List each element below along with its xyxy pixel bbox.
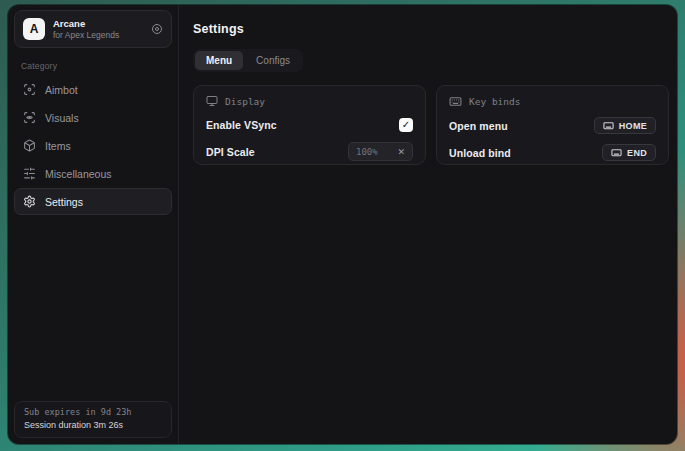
scan-crosshair-icon — [23, 83, 36, 96]
app-header-card: A Arcane for Apex Legends — [14, 10, 172, 48]
check-icon: ✓ — [402, 119, 410, 130]
app-meta: Arcane for Apex Legends — [53, 18, 143, 41]
gear-icon — [23, 195, 36, 208]
sidebar-item-label: Items — [45, 140, 71, 152]
sub-expires-text: Sub expires in 9d 23h — [24, 406, 162, 419]
open-menu-row: Open menu HOME — [449, 116, 656, 135]
vsync-checkbox[interactable]: ✓ — [399, 118, 413, 132]
monitor-icon — [206, 95, 218, 107]
open-menu-label: Open menu — [449, 120, 508, 132]
sidebar-item-label: Visuals — [45, 112, 79, 124]
open-menu-keybind-value: HOME — [619, 121, 647, 131]
category-label: Category — [21, 61, 172, 71]
sidebar-item-items[interactable]: Items — [14, 132, 172, 159]
tab-menu[interactable]: Menu — [195, 51, 243, 70]
dpi-scale-label: DPI Scale — [206, 146, 255, 158]
unload-bind-row: Unload bind END — [449, 143, 656, 162]
sliders-icon — [23, 167, 36, 180]
unload-keybind-value: END — [627, 148, 647, 158]
clear-icon[interactable]: ✕ — [397, 147, 405, 157]
scan-eye-icon — [23, 111, 36, 124]
open-menu-keybind-button[interactable]: HOME — [594, 117, 656, 134]
app-subtitle: for Apex Legends — [53, 30, 143, 41]
sidebar-item-label: Miscellaneous — [45, 168, 112, 180]
dpi-scale-input[interactable]: 100% ✕ — [348, 142, 413, 161]
sidebar-item-aimbot[interactable]: Aimbot — [14, 76, 172, 103]
package-icon — [23, 139, 36, 152]
display-card: Display Enable VSync ✓ DPI Scale 100% ✕ — [193, 85, 426, 165]
keybinds-card-header: Key binds — [449, 95, 656, 108]
keyboard-icon — [603, 120, 614, 131]
sidebar-item-miscellaneous[interactable]: Miscellaneous — [14, 160, 172, 187]
keybinds-card-title: Key binds — [469, 96, 520, 107]
app-logo: A — [23, 18, 45, 40]
subscription-info-card: Sub expires in 9d 23h Session duration 3… — [14, 401, 172, 438]
unload-bind-label: Unload bind — [449, 147, 511, 159]
vsync-label: Enable VSync — [206, 119, 277, 131]
sidebar-item-visuals[interactable]: Visuals — [14, 104, 172, 131]
app-logo-letter: A — [30, 22, 39, 36]
session-duration-text: Session duration 3m 26s — [24, 419, 162, 433]
keyboard-icon — [611, 147, 622, 158]
vsync-row: Enable VSync ✓ — [206, 115, 413, 134]
app-name: Arcane — [53, 18, 143, 30]
category-nav: Aimbot Visuals — [14, 76, 172, 215]
tab-configs[interactable]: Configs — [245, 51, 301, 70]
unload-keybind-button[interactable]: END — [602, 144, 656, 161]
display-card-title: Display — [225, 96, 265, 107]
tab-bar: Menu Configs — [193, 49, 303, 72]
target-icon[interactable] — [151, 23, 163, 35]
sidebar: A Arcane for Apex Legends Category — [8, 5, 179, 444]
keybinds-card: Key binds Open menu HOME Unload bind — [436, 85, 669, 165]
sidebar-item-settings[interactable]: Settings — [14, 188, 172, 215]
main-content: Settings Menu Configs Display E — [179, 5, 677, 444]
keyboard-icon — [449, 95, 462, 108]
dpi-scale-value: 100% — [356, 147, 378, 157]
settings-cards: Display Enable VSync ✓ DPI Scale 100% ✕ — [193, 85, 669, 165]
display-card-header: Display — [206, 95, 413, 107]
sidebar-item-label: Settings — [45, 196, 83, 208]
page-title: Settings — [193, 22, 669, 36]
app-window: A Arcane for Apex Legends Category — [8, 5, 677, 444]
sidebar-item-label: Aimbot — [45, 84, 78, 96]
dpi-scale-row: DPI Scale 100% ✕ — [206, 142, 413, 161]
